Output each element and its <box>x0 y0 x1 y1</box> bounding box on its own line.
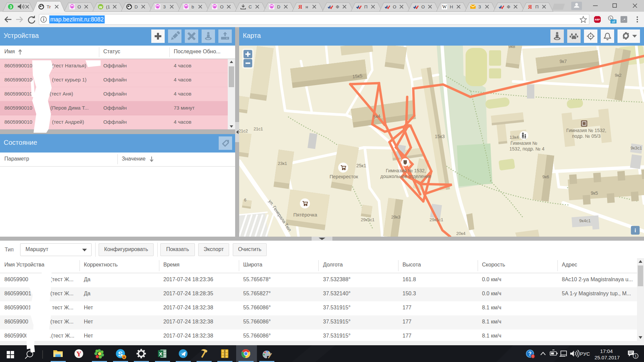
svg-text:r: r <box>49 4 51 9</box>
svg-text:D: D <box>135 4 138 9</box>
svg-text:5к4: 5к4 <box>373 113 381 119</box>
svg-text:дошкольное отделение: дошкольное отделение <box>380 174 431 179</box>
svg-text:9к3с1: 9к3с1 <box>631 145 642 150</box>
svg-text:П: П <box>364 4 368 9</box>
svg-text:21с1: 21с1 <box>254 126 263 131</box>
svg-text:П: П <box>535 4 539 9</box>
svg-text:Пятёрочка: Пятёрочка <box>293 212 317 218</box>
svg-text:3: 3 <box>10 5 12 9</box>
svg-text:С: С <box>249 4 252 9</box>
svg-text:Гимназия № 1532,: Гимназия № 1532, <box>566 128 606 133</box>
svg-text:6: 6 <box>244 198 247 202</box>
svg-text:13к4: 13к4 <box>509 135 519 140</box>
svg-text:Н: Н <box>450 4 453 9</box>
svg-text:Я: Я <box>528 4 532 10</box>
svg-text:25к1: 25к1 <box>356 163 366 168</box>
svg-text:1532, подр. № 4: 1532, подр. № 4 <box>509 146 545 152</box>
svg-text:15к5: 15к5 <box>352 73 363 79</box>
svg-text:9к6: 9к6 <box>542 174 549 179</box>
svg-text:подр. № 05/3: подр. № 05/3 <box>572 133 601 139</box>
svg-text:i: i <box>635 228 636 233</box>
svg-text:О: О <box>421 4 425 9</box>
svg-text:23к1: 23к1 <box>278 161 287 166</box>
svg-text:Перекресток: Перекресток <box>329 174 358 179</box>
svg-text:Гимназия № 1532,: Гимназия № 1532, <box>386 168 426 173</box>
svg-text:Y: Y <box>76 350 81 358</box>
svg-text:W: W <box>442 4 447 9</box>
svg-text:D: D <box>277 4 280 9</box>
svg-text:29к3: 29к3 <box>391 215 400 220</box>
svg-text:О: О <box>77 4 81 9</box>
svg-text:20к4: 20к4 <box>456 231 465 236</box>
svg-text:9к7: 9к7 <box>559 59 567 64</box>
svg-text:9к2: 9к2 <box>615 73 622 78</box>
svg-text:6: 6 <box>123 355 125 359</box>
svg-text:РУС: РУС <box>580 351 590 357</box>
svg-text:9к8: 9к8 <box>508 46 515 49</box>
svg-text:9к4с1: 9к4с1 <box>579 218 591 223</box>
svg-text:Ф: Ф <box>336 4 339 9</box>
svg-text:Ф: Ф <box>507 4 510 9</box>
svg-text:З: З <box>163 4 166 9</box>
svg-text:29к3с1: 29к3с1 <box>361 217 374 222</box>
svg-text:Гимназия №: Гимназия № <box>511 140 537 146</box>
svg-text:н: н <box>306 4 308 9</box>
svg-text:X: X <box>159 351 162 357</box>
svg-text:9к5: 9к5 <box>591 190 598 196</box>
svg-text:Я: Я <box>298 4 302 10</box>
svg-text:25.07.2017: 25.07.2017 <box>594 355 620 360</box>
svg-text:off: off <box>612 20 615 23</box>
svg-text:?: ? <box>528 351 532 357</box>
svg-text:17:04: 17:04 <box>600 348 613 354</box>
svg-text:15к3: 15к3 <box>435 134 445 139</box>
svg-text:О: О <box>220 4 224 9</box>
svg-text:21с2: 21с2 <box>239 128 248 133</box>
svg-text:ABP: ABP <box>595 18 600 21</box>
svg-text:b: b <box>192 4 194 9</box>
svg-text:О: О <box>393 4 396 9</box>
svg-text:(1: (1 <box>106 4 110 9</box>
svg-text:map.bezlimit.ru:8082: map.bezlimit.ru:8082 <box>50 16 104 23</box>
svg-text:1: 1 <box>635 354 637 358</box>
svg-text:З: З <box>478 4 481 9</box>
svg-text:w: w <box>99 5 102 9</box>
svg-text:29к3с1: 29к3с1 <box>429 217 443 222</box>
